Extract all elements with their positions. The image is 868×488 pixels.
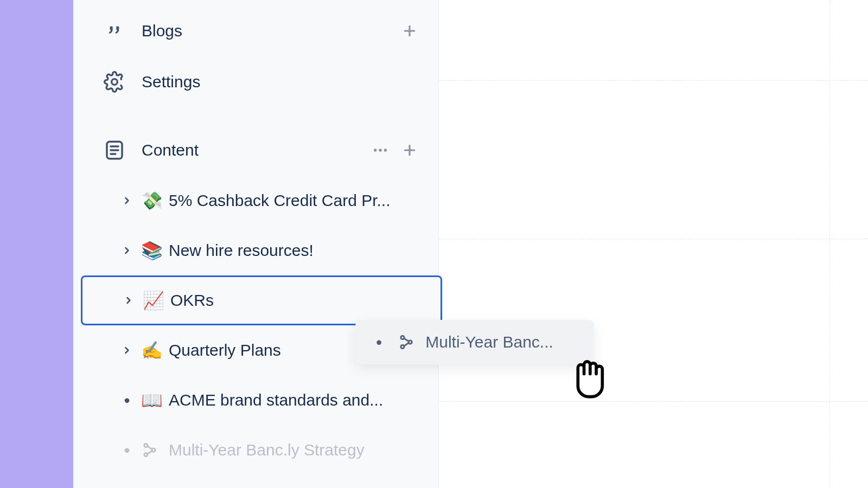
chevron-right-icon[interactable] <box>119 345 135 356</box>
books-emoji: 📚 <box>141 240 163 261</box>
section-gap <box>73 107 439 125</box>
chevron-right-icon[interactable] <box>119 245 135 256</box>
add-blog-button[interactable] <box>400 21 419 41</box>
app-rail <box>0 0 73 488</box>
tree-item-label: New hire resources! <box>169 241 314 260</box>
tree-item-label: OKRs <box>170 291 214 310</box>
svg-point-4 <box>384 149 387 151</box>
nav-label-blogs: Blogs <box>142 22 400 40</box>
tree-item-newhire[interactable]: 📚 New hire resources! <box>73 226 439 275</box>
canvas-area[interactable] <box>439 0 868 488</box>
grid-line <box>829 0 830 488</box>
svg-point-3 <box>379 149 381 151</box>
sidebar: Blogs Settings Content <box>73 0 439 488</box>
grid-line <box>439 80 868 81</box>
book-emoji: 📖 <box>141 390 163 410</box>
tree-item-label: Multi-Year Banc.ly Strategy <box>169 441 365 459</box>
drag-preview-tile[interactable]: • Multi-Year Banc... <box>355 320 594 364</box>
document-icon <box>100 139 129 162</box>
content-more-button[interactable] <box>371 140 390 160</box>
tree-item-multi-year-ghost[interactable]: • Multi-Year Banc.ly Strategy <box>73 425 439 475</box>
nav-item-content[interactable]: Content <box>73 125 439 176</box>
chevron-right-icon[interactable] <box>120 295 137 306</box>
tree-item-label: 5% Cashback Credit Card Pr... <box>169 191 391 210</box>
gear-icon <box>100 71 129 93</box>
smart-link-icon <box>141 441 163 459</box>
smart-link-icon <box>397 333 416 351</box>
nav-item-settings[interactable]: Settings <box>73 56 439 107</box>
svg-point-2 <box>374 149 376 151</box>
add-content-button[interactable] <box>400 140 419 160</box>
nav-item-blogs[interactable]: Blogs <box>73 5 439 56</box>
drag-preview-label: Multi-Year Banc... <box>425 333 553 351</box>
tree-item-acme[interactable]: • 📖 ACME brand standards and... <box>73 375 439 425</box>
tree-item-okrs[interactable]: 📈 OKRs <box>81 275 442 325</box>
chevron-right-icon[interactable] <box>119 195 135 206</box>
writing-emoji: ✍️ <box>141 340 163 361</box>
grid-line <box>439 401 868 402</box>
chart-emoji: 📈 <box>142 290 165 311</box>
nav-label-content: Content <box>142 141 371 159</box>
quote-icon <box>100 20 129 42</box>
bullet-icon: • <box>119 391 135 409</box>
grid-line <box>439 239 868 239</box>
tree-item-label: ACME brand standards and... <box>169 391 383 409</box>
nav-label-settings: Settings <box>142 73 419 91</box>
money-emoji: 💸 <box>141 190 163 211</box>
bullet-icon: • <box>376 332 382 352</box>
grab-cursor-icon <box>564 352 613 401</box>
svg-point-0 <box>112 79 118 85</box>
tree-item-label: Quarterly Plans <box>169 341 281 359</box>
tree-item-cashback[interactable]: 💸 5% Cashback Credit Card Pr... <box>73 176 439 226</box>
bullet-icon: • <box>119 441 135 459</box>
